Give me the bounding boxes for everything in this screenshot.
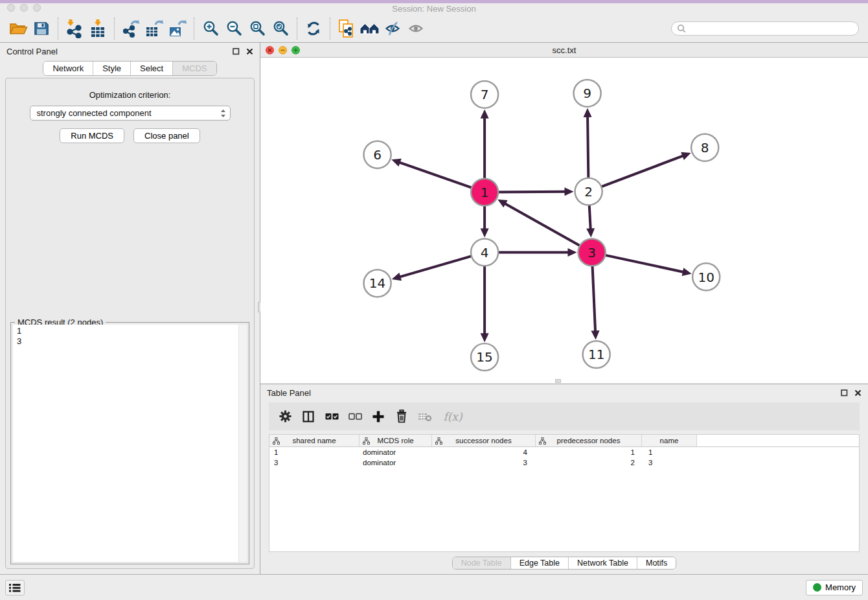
table-panel-title: Table Panel <box>267 388 311 398</box>
zoom-in-button[interactable] <box>199 17 222 40</box>
zoom-fit-icon <box>249 19 266 37</box>
tab-select[interactable]: Select <box>130 62 172 75</box>
tab-node-table[interactable]: Node Table <box>453 557 510 569</box>
import-network-icon <box>65 19 84 38</box>
table-tabs: Node Table Edge Table Network Table Moti… <box>260 552 868 574</box>
close-table-panel-button[interactable] <box>854 389 862 397</box>
export-network-button[interactable] <box>119 17 143 40</box>
graph-edge-3-1[interactable] <box>505 203 592 253</box>
main-area: Control Panel Network Style Select <box>0 43 868 574</box>
export-table-icon <box>144 19 164 38</box>
mcds-result-line: 1 <box>17 326 243 336</box>
table-settings-button[interactable] <box>275 407 295 426</box>
delete-table-button[interactable] <box>415 407 435 426</box>
show-hidden-button[interactable] <box>405 17 428 40</box>
minimize-view-icon[interactable] <box>279 46 287 54</box>
tab-style[interactable]: Style <box>93 62 130 75</box>
search-box[interactable] <box>671 21 859 36</box>
function-builder-icon: f(x) <box>443 410 462 423</box>
graph-node-label: 14 <box>369 276 386 292</box>
control-panel-header: Control Panel <box>0 43 260 60</box>
criterion-dropdown-value: strongly connected component <box>37 108 220 118</box>
cell-shared_name: 3 <box>269 459 360 467</box>
apply-layout-button[interactable] <box>302 17 325 40</box>
zoom-fit-button[interactable] <box>246 17 269 40</box>
column-header-shared_name[interactable]: shared name <box>269 435 360 446</box>
graph-node-label: 4 <box>481 245 489 260</box>
task-history-button[interactable] <box>5 580 25 595</box>
column-tree-icon <box>363 437 370 444</box>
column-header-label: MCDS role <box>377 437 413 444</box>
close-panel-action-button[interactable]: Close panel <box>133 128 200 143</box>
table-row[interactable]: 1dominator411 <box>269 447 859 457</box>
tab-mcds[interactable]: MCDS <box>172 62 216 75</box>
result-scrollbar[interactable] <box>238 325 247 562</box>
show-all-button[interactable] <box>358 17 382 40</box>
export-image-button[interactable] <box>166 17 189 40</box>
maximize-view-icon[interactable] <box>291 46 300 54</box>
new-network-from-selection-button[interactable] <box>335 17 358 40</box>
cell-predecessor_nodes: 2 <box>536 459 642 467</box>
toolbar-separator <box>58 17 58 40</box>
tab-motifs[interactable]: Motifs <box>637 557 676 569</box>
graph-node-label: 10 <box>698 270 714 285</box>
column-tree-icon <box>539 437 546 444</box>
import-network-button[interactable] <box>63 17 86 40</box>
open-session-button[interactable] <box>6 17 30 40</box>
float-table-panel-button[interactable] <box>841 389 848 397</box>
node-table[interactable]: shared nameMCDS rolesuccessor nodesprede… <box>269 434 860 552</box>
edge-arrowhead <box>481 333 489 342</box>
network-graph[interactable]: 7968124314101511 <box>260 58 868 384</box>
zoom-out-button[interactable] <box>222 17 246 40</box>
delete-table-icon <box>418 411 432 422</box>
tab-network[interactable]: Network <box>43 62 93 75</box>
criterion-dropdown[interactable]: strongly connected component <box>30 106 231 121</box>
edge-arrowhead <box>568 248 577 257</box>
apply-function-button[interactable]: f(x) <box>439 407 467 426</box>
float-icon <box>233 48 240 55</box>
graph-edge-2-8[interactable] <box>589 156 684 191</box>
run-mcds-button[interactable]: Run MCDS <box>60 128 124 143</box>
tab-network-table[interactable]: Network Table <box>568 557 637 569</box>
network-canvas[interactable]: 7968124314101511 <box>260 58 868 384</box>
save-session-button[interactable] <box>30 17 53 40</box>
search-input[interactable] <box>689 24 853 33</box>
table-row[interactable]: 3dominator323 <box>269 457 859 468</box>
window-controls[interactable] <box>7 4 41 12</box>
toolbar-separator <box>194 17 194 40</box>
column-header-predecessor_nodes[interactable]: predecessor nodes <box>536 435 642 446</box>
unselect-all-columns-button[interactable] <box>345 407 365 426</box>
close-window-button[interactable] <box>7 4 15 12</box>
cell-mcds_role: dominator <box>360 459 432 467</box>
workspace: scc.txt 7968124314101511 Table Panel <box>260 43 868 574</box>
close-panel-button[interactable] <box>246 48 253 55</box>
delete-columns-button[interactable] <box>392 407 411 426</box>
float-panel-button[interactable] <box>233 48 240 55</box>
import-table-button[interactable] <box>86 17 109 40</box>
column-header-successor_nodes[interactable]: successor nodes <box>432 435 536 446</box>
minimize-window-button[interactable] <box>20 4 28 12</box>
table-toolbar: f(x) <box>269 402 860 430</box>
zoom-selected-button[interactable] <box>269 17 292 40</box>
graph-node-label: 9 <box>583 86 591 101</box>
tab-edge-table[interactable]: Edge Table <box>510 557 568 569</box>
select-all-columns-button[interactable] <box>322 407 341 426</box>
export-table-button[interactable] <box>143 17 166 40</box>
hide-selected-button[interactable] <box>382 17 405 40</box>
show-column-button[interactable] <box>299 407 318 426</box>
toolbar-separator <box>330 17 330 40</box>
export-image-icon <box>168 19 187 38</box>
mcds-result-list[interactable]: 1 3 <box>13 325 247 562</box>
horizontal-splitter-grip[interactable] <box>555 379 561 383</box>
column-header-name[interactable]: name <box>642 435 697 446</box>
memory-button[interactable]: Memory <box>806 580 863 595</box>
close-view-icon[interactable] <box>266 46 274 54</box>
edge-arrowhead <box>591 330 600 340</box>
mcds-result-box: MCDS result (2 nodes) 1 3 <box>10 322 249 564</box>
column-header-mcds_role[interactable]: MCDS role <box>360 435 432 446</box>
cell-successor_nodes: 4 <box>432 448 536 456</box>
add-column-button[interactable] <box>369 407 388 426</box>
zoom-window-button[interactable] <box>33 4 41 12</box>
control-panel: Control Panel Network Style Select <box>0 43 260 574</box>
table-panel-header: Table Panel <box>260 384 868 401</box>
